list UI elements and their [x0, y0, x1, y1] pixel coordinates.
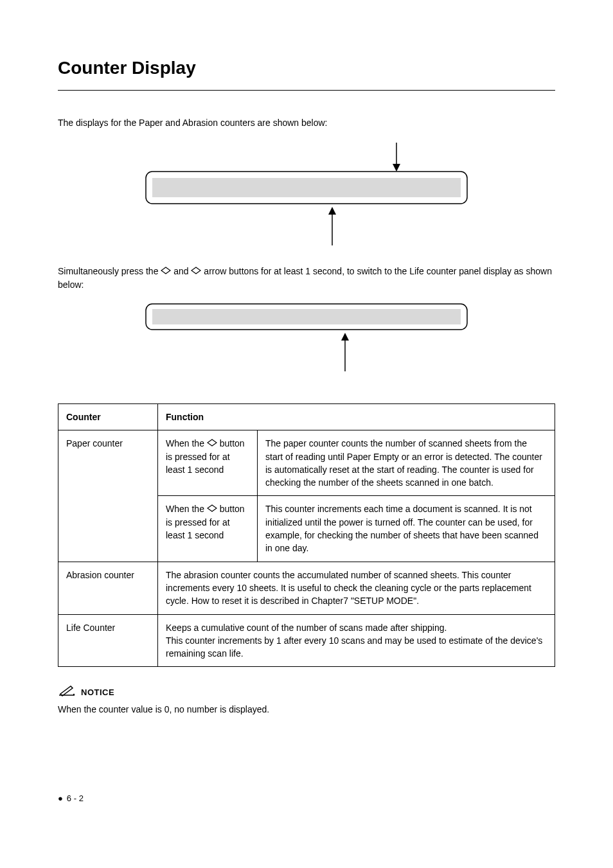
- counter-display-diagram-2: [58, 301, 555, 371]
- counter-display-diagram-1: [58, 143, 555, 245]
- cell-paper-counter: Paper counter: [58, 430, 158, 562]
- svg-marker-5: [328, 207, 336, 215]
- cell-when-2: When the button is pressed for at least …: [158, 496, 258, 562]
- cell-abrasion-desc: The abrasion counter counts the accumula…: [158, 562, 555, 614]
- para2-mid: and: [173, 266, 191, 276]
- page-footer: ● 6 - 2: [58, 793, 555, 803]
- para2-pre: Simultaneously press the: [58, 266, 161, 276]
- svg-marker-11: [341, 333, 349, 341]
- svg-rect-1: [152, 178, 461, 197]
- lozenge-icon: [191, 265, 201, 278]
- header-counter: Counter: [58, 404, 158, 430]
- lozenge-icon: [207, 502, 217, 515]
- cell-life-counter: Life Counter: [58, 614, 158, 667]
- notice-text: When the counter value is 0, no number i…: [58, 703, 555, 716]
- cell-desc-2: This counter increments each time a docu…: [258, 496, 555, 562]
- table-row: Paper counter When the button is pressed…: [58, 430, 555, 496]
- pencil-icon: [58, 685, 76, 699]
- intro-paragraph: The displays for the Paper and Abrasion …: [58, 116, 555, 130]
- lozenge-icon: [161, 265, 171, 278]
- counter-function-table: Counter Function Paper counter When the …: [58, 403, 555, 667]
- svg-marker-12: [208, 439, 217, 446]
- cell-life-desc: Keeps a cumulative count of the number o…: [158, 614, 555, 667]
- notice-heading: NOTICE: [58, 685, 555, 699]
- notice-label: NOTICE: [81, 687, 114, 697]
- cell-when-1: When the button is pressed for at least …: [158, 430, 258, 496]
- svg-marker-15: [60, 686, 73, 696]
- header-function: Function: [158, 404, 555, 430]
- table-header-row: Counter Function: [58, 404, 555, 430]
- svg-marker-6: [161, 267, 170, 274]
- svg-rect-9: [152, 309, 461, 324]
- table-row: Life Counter Keeps a cumulative count of…: [58, 614, 555, 667]
- footer-bullet-icon: ●: [58, 793, 63, 803]
- svg-marker-13: [208, 505, 217, 511]
- svg-marker-7: [191, 267, 200, 274]
- svg-point-16: [73, 694, 75, 695]
- cell-abrasion-counter: Abrasion counter: [58, 562, 158, 614]
- table-row: Abrasion counter The abrasion counter co…: [58, 562, 555, 614]
- cell-desc-1: The paper counter counts the number of s…: [258, 430, 555, 496]
- when-pre: When the: [166, 438, 207, 448]
- switch-paragraph: Simultaneously press the and arrow butto…: [58, 265, 555, 292]
- page-title: Counter Display: [58, 58, 555, 78]
- svg-marker-3: [393, 164, 400, 172]
- lozenge-icon: [207, 437, 217, 450]
- when-pre: When the: [166, 504, 207, 514]
- title-divider: [58, 90, 555, 91]
- footer-page-number: 6 - 2: [67, 793, 84, 803]
